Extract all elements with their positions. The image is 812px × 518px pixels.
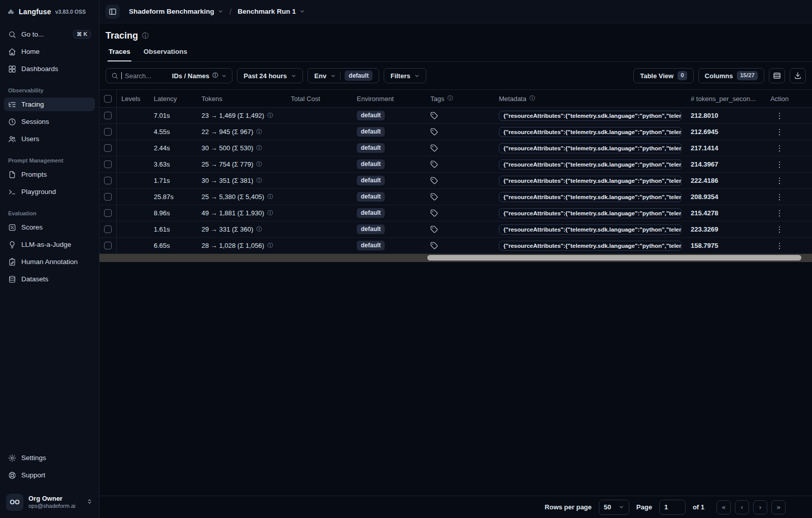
header-cell-latency[interactable]: Latency bbox=[149, 95, 197, 103]
tab-observations[interactable]: Observations bbox=[143, 48, 188, 61]
previous-page-button[interactable]: ‹ bbox=[735, 500, 749, 514]
row-actions-menu-button[interactable]: ⋮ bbox=[776, 209, 784, 217]
rows-per-page-select[interactable]: 50 bbox=[599, 500, 629, 515]
last-page-button[interactable]: » bbox=[771, 500, 786, 514]
row-checkbox[interactable] bbox=[104, 144, 112, 152]
row-checkbox[interactable] bbox=[104, 193, 112, 201]
table-row[interactable]: 6.65s 28 → 1,028 (Σ 1,056) ⓘ default bbox=[99, 238, 812, 254]
tags-cell[interactable] bbox=[426, 128, 494, 136]
header-cell-metadata[interactable]: Metadata ⓘ bbox=[494, 95, 686, 103]
sidebar-toggle-button[interactable] bbox=[106, 5, 120, 19]
table-row[interactable]: 3.63s 25 → 754 (Σ 779) ⓘ default bbox=[99, 156, 812, 173]
sidebar-item-home[interactable]: Home bbox=[4, 45, 95, 58]
header-cell-environment[interactable]: Environment bbox=[352, 95, 426, 103]
sidebar-item-sessions[interactable]: Sessions bbox=[4, 115, 95, 128]
breadcrumb-project[interactable]: Benchmark Run 1 bbox=[238, 8, 305, 15]
header-cell-tokens-per-second[interactable]: # tokens_per_secon... bbox=[686, 95, 767, 103]
sidebar-item-goto[interactable]: Go to... ⌘ K bbox=[4, 27, 95, 41]
metadata-value[interactable]: {"resourceAttributes":{"telemetry.sdk.la… bbox=[499, 224, 682, 235]
sidebar-item-users[interactable]: Users bbox=[4, 132, 95, 146]
metadata-value[interactable]: {"resourceAttributes":{"telemetry.sdk.la… bbox=[499, 127, 682, 137]
sidebar-item-llm-as-a-judge[interactable]: LLM-as-a-Judge bbox=[4, 238, 95, 251]
table-row[interactable]: 25.87s 25 → 5,380 (Σ 5,405) ⓘ default bbox=[99, 189, 812, 205]
sidebar-item-prompts[interactable]: Prompts bbox=[4, 168, 95, 181]
breadcrumb-org[interactable]: Shadeform Benchmarking bbox=[129, 8, 223, 15]
filters-button[interactable]: Filters bbox=[384, 68, 426, 83]
sidebar-item-human-annotation[interactable]: Human Annotation bbox=[4, 255, 95, 269]
info-icon[interactable]: ⓘ bbox=[267, 210, 274, 216]
metadata-value[interactable]: {"resourceAttributes":{"telemetry.sdk.la… bbox=[499, 176, 682, 186]
sidebar-item-settings[interactable]: Settings bbox=[4, 451, 95, 465]
search-mode-selector[interactable]: IDs / Names ⓘ bbox=[172, 72, 227, 80]
header-cell-levels[interactable]: Levels bbox=[117, 95, 149, 103]
tags-cell[interactable] bbox=[426, 160, 494, 168]
metadata-value[interactable]: {"resourceAttributes":{"telemetry.sdk.la… bbox=[499, 143, 682, 153]
metadata-value[interactable]: {"resourceAttributes":{"telemetry.sdk.la… bbox=[499, 192, 682, 202]
select-all-checkbox[interactable] bbox=[104, 95, 112, 103]
table-row[interactable]: 8.96s 49 → 1,881 (Σ 1,930) ⓘ default bbox=[99, 205, 812, 221]
sidebar-item-dashboards[interactable]: Dashboards bbox=[4, 62, 95, 76]
table-view-button[interactable]: Table View 0 bbox=[633, 68, 693, 83]
header-cell-total-cost[interactable]: Total Cost bbox=[286, 95, 352, 103]
sidebar-item-tracing[interactable]: Tracing bbox=[4, 98, 95, 111]
tab-traces[interactable]: Traces bbox=[108, 48, 131, 61]
table-row[interactable]: 7.01s 23 → 1,469 (Σ 1,492) ⓘ default bbox=[99, 108, 812, 124]
info-icon[interactable]: ⓘ bbox=[267, 113, 274, 119]
sidebar-item-scores[interactable]: Scores bbox=[4, 220, 95, 234]
row-checkbox[interactable] bbox=[104, 160, 112, 168]
horizontal-scrollbar-thumb[interactable] bbox=[427, 255, 801, 261]
sidebar-item-support[interactable]: Support bbox=[4, 468, 95, 482]
metadata-value[interactable]: {"resourceAttributes":{"telemetry.sdk.la… bbox=[499, 208, 682, 218]
next-page-button[interactable]: › bbox=[753, 500, 767, 514]
row-height-button[interactable] bbox=[769, 68, 785, 83]
export-button[interactable] bbox=[790, 68, 806, 83]
row-actions-menu-button[interactable]: ⋮ bbox=[776, 225, 784, 233]
row-checkbox[interactable] bbox=[104, 242, 112, 249]
row-actions-menu-button[interactable]: ⋮ bbox=[776, 128, 784, 136]
columns-button[interactable]: Columns 15/27 bbox=[698, 68, 764, 83]
info-icon[interactable]: ⓘ bbox=[256, 161, 262, 168]
info-icon[interactable]: ⓘ bbox=[142, 33, 149, 39]
info-icon[interactable]: ⓘ bbox=[267, 194, 274, 200]
info-icon[interactable]: ⓘ bbox=[256, 226, 262, 233]
tags-cell[interactable] bbox=[426, 112, 494, 119]
metadata-value[interactable]: {"resourceAttributes":{"telemetry.sdk.la… bbox=[499, 111, 682, 121]
row-actions-menu-button[interactable]: ⋮ bbox=[776, 177, 784, 184]
user-menu[interactable]: OO Org Owner ops@shadeform.ai bbox=[0, 489, 99, 518]
first-page-button[interactable]: « bbox=[717, 500, 731, 514]
time-range-filter[interactable]: Past 24 hours bbox=[237, 68, 303, 83]
table-row[interactable]: 1.61s 29 → 331 (Σ 360) ⓘ default bbox=[99, 221, 812, 238]
table-row[interactable]: 2.44s 30 → 500 (Σ 530) ⓘ default bbox=[99, 140, 812, 156]
sidebar-item-playground[interactable]: Playground bbox=[4, 185, 95, 199]
sidebar-item-datasets[interactable]: Datasets bbox=[4, 272, 95, 286]
info-icon[interactable]: ⓘ bbox=[267, 243, 274, 249]
row-actions-menu-button[interactable]: ⋮ bbox=[776, 112, 784, 119]
row-checkbox[interactable] bbox=[104, 177, 112, 184]
search-input[interactable] bbox=[125, 72, 164, 80]
metadata-value[interactable]: {"resourceAttributes":{"telemetry.sdk.la… bbox=[499, 159, 682, 170]
environment-filter[interactable]: Env default bbox=[308, 68, 379, 83]
horizontal-scrollbar-track[interactable] bbox=[99, 254, 812, 262]
search-box[interactable]: IDs / Names ⓘ bbox=[106, 68, 232, 83]
table-row[interactable]: 4.55s 22 → 945 (Σ 967) ⓘ default bbox=[99, 124, 812, 140]
tags-cell[interactable] bbox=[426, 209, 494, 217]
row-checkbox[interactable] bbox=[104, 209, 112, 217]
table-row[interactable]: 1.71s 30 → 351 (Σ 381) ⓘ default bbox=[99, 173, 812, 189]
row-checkbox[interactable] bbox=[104, 112, 112, 119]
row-actions-menu-button[interactable]: ⋮ bbox=[776, 193, 784, 201]
row-actions-menu-button[interactable]: ⋮ bbox=[776, 160, 784, 168]
info-icon[interactable]: ⓘ bbox=[256, 129, 262, 135]
header-cell-tokens[interactable]: Tokens bbox=[197, 95, 286, 103]
header-cell-tags[interactable]: Tags ⓘ bbox=[426, 95, 494, 103]
tags-cell[interactable] bbox=[426, 242, 494, 249]
row-checkbox[interactable] bbox=[104, 128, 112, 136]
info-icon[interactable]: ⓘ bbox=[256, 178, 262, 184]
page-number-input[interactable] bbox=[659, 500, 686, 515]
row-checkbox[interactable] bbox=[104, 225, 112, 233]
metadata-value[interactable]: {"resourceAttributes":{"telemetry.sdk.la… bbox=[499, 241, 682, 251]
tags-cell[interactable] bbox=[426, 144, 494, 152]
info-icon[interactable]: ⓘ bbox=[256, 145, 262, 151]
row-actions-menu-button[interactable]: ⋮ bbox=[776, 144, 784, 152]
tags-cell[interactable] bbox=[426, 177, 494, 184]
tags-cell[interactable] bbox=[426, 225, 494, 233]
